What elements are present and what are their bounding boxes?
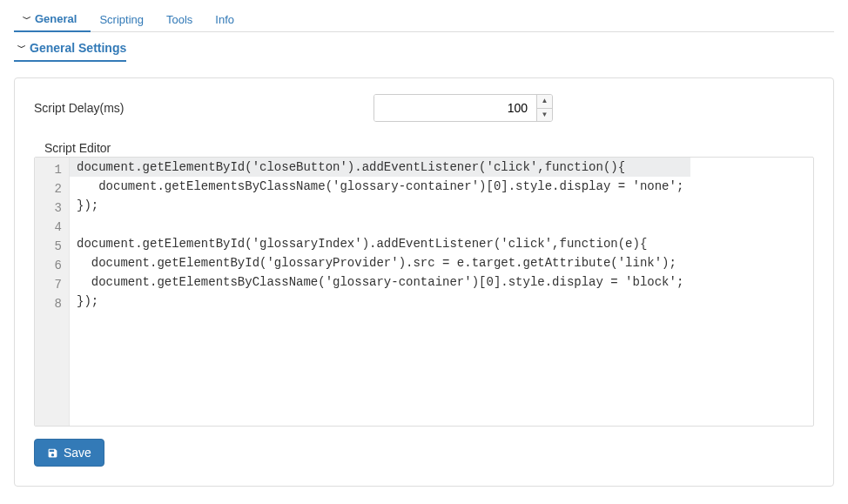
line-number: 5 [47, 237, 62, 256]
code-line[interactable]: document.getElementById('closeButton').a… [70, 158, 690, 177]
code-line[interactable]: }); [70, 196, 690, 215]
caret-down-icon: ▼ [542, 111, 549, 118]
tab-tools[interactable]: Tools [158, 7, 206, 31]
line-number: 4 [47, 218, 62, 237]
tab-label: Scripting [99, 13, 144, 26]
editor-gutter: 1 2 3 4 5 6 7 8 [35, 158, 70, 426]
section-toggle-general-settings[interactable]: ﹀ General Settings [14, 36, 126, 62]
tab-label: Tools [166, 13, 192, 26]
line-number: 3 [47, 198, 62, 218]
save-button-label: Save [64, 446, 91, 460]
script-editor[interactable]: 1 2 3 4 5 6 7 8 document.getElementById(… [34, 157, 814, 427]
code-line[interactable]: document.getElementById('glossaryIndex')… [70, 234, 690, 253]
chevron-down-icon: ﹀ [23, 13, 31, 25]
script-delay-label: Script Delay(ms) [34, 101, 374, 115]
stepper-buttons: ▲ ▼ [536, 95, 552, 121]
code-line[interactable]: document.getElementById('glossaryProvide… [70, 253, 690, 272]
code-line[interactable]: document.getElementsByClassName('glossar… [70, 177, 690, 196]
code-line[interactable]: }); [70, 292, 690, 311]
floppy-disk-icon [47, 447, 58, 459]
code-line[interactable]: document.getElementsByClassName('glossar… [70, 272, 690, 292]
save-button[interactable]: Save [34, 439, 104, 467]
field-script-delay: Script Delay(ms) ▲ ▼ [34, 94, 814, 122]
section-title: General Settings [30, 41, 126, 55]
tab-bar: ﹀ General Scripting Tools Info [14, 7, 834, 32]
script-delay-stepper: ▲ ▼ [374, 94, 553, 122]
script-delay-input[interactable] [374, 95, 536, 121]
tab-label: Info [215, 13, 234, 26]
tab-label: General [35, 12, 77, 25]
line-number: 7 [47, 275, 62, 294]
step-up-button[interactable]: ▲ [537, 95, 552, 109]
line-number: 8 [47, 294, 62, 313]
tab-scripting[interactable]: Scripting [91, 7, 158, 31]
tab-info[interactable]: Info [206, 7, 248, 31]
line-number: 1 [47, 160, 62, 179]
script-editor-label: Script Editor [34, 141, 814, 155]
general-settings-panel: Script Delay(ms) ▲ ▼ Script Editor 1 2 3… [14, 77, 834, 487]
editor-code-area[interactable]: document.getElementById('closeButton').a… [70, 158, 690, 426]
line-number: 6 [47, 256, 62, 275]
line-number: 2 [47, 179, 62, 198]
code-line[interactable] [70, 215, 690, 234]
step-down-button[interactable]: ▼ [537, 109, 552, 122]
tab-general[interactable]: ﹀ General [14, 7, 91, 32]
chevron-down-icon: ﹀ [17, 42, 26, 54]
caret-up-icon: ▲ [542, 97, 549, 104]
